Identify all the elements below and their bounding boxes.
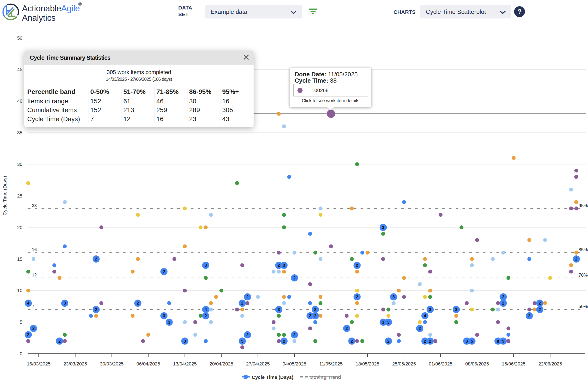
svg-text:2: 2 — [59, 339, 61, 344]
svg-text:5: 5 — [241, 339, 243, 344]
svg-text:2: 2 — [502, 301, 504, 306]
svg-text:30/03/2025: 30/03/2025 — [100, 361, 124, 366]
svg-text:2: 2 — [246, 332, 249, 337]
svg-text:3: 3 — [283, 263, 285, 268]
svg-text:2: 2 — [137, 301, 139, 306]
svg-text:0: 0 — [20, 351, 22, 356]
svg-text:04/05/2025: 04/05/2025 — [283, 361, 306, 366]
svg-text:23/03/2025: 23/03/2025 — [63, 361, 87, 366]
svg-text:2: 2 — [309, 314, 311, 318]
svg-text:3: 3 — [163, 314, 165, 318]
svg-text:3: 3 — [429, 307, 431, 312]
svg-text:3: 3 — [63, 301, 66, 306]
svg-text:22/06/2025: 22/06/2025 — [538, 361, 562, 366]
svg-text:3: 3 — [387, 320, 390, 325]
svg-text:3: 3 — [382, 320, 384, 325]
svg-text:Cycle Time (Days): Cycle Time (Days) — [2, 176, 7, 215]
svg-text:4: 4 — [27, 301, 29, 306]
svg-text:2: 2 — [95, 307, 97, 312]
svg-text:15/06/2025: 15/06/2025 — [502, 361, 526, 366]
svg-text:27/04/2025: 27/04/2025 — [246, 361, 270, 366]
svg-text:5: 5 — [471, 339, 473, 344]
svg-text:2: 2 — [528, 314, 530, 318]
svg-text:20/04/2025: 20/04/2025 — [210, 361, 233, 366]
svg-text:13/04/2025: 13/04/2025 — [173, 361, 197, 366]
svg-text:35: 35 — [17, 130, 22, 135]
svg-text:2: 2 — [345, 326, 348, 331]
svg-text:4: 4 — [205, 307, 207, 312]
svg-text:18/05/2025: 18/05/2025 — [356, 361, 379, 366]
svg-text:2: 2 — [351, 339, 353, 344]
svg-text:25/05/2025: 25/05/2025 — [392, 361, 416, 366]
svg-text:2: 2 — [539, 301, 541, 306]
svg-text:3: 3 — [205, 263, 207, 268]
svg-text:3: 3 — [455, 307, 457, 312]
svg-text:8: 8 — [497, 339, 499, 344]
svg-text:25: 25 — [17, 193, 22, 198]
svg-text:2: 2 — [246, 295, 249, 299]
svg-text:2: 2 — [32, 326, 35, 331]
svg-text:9: 9 — [502, 339, 504, 344]
svg-text:3: 3 — [382, 225, 384, 230]
svg-text:2: 2 — [278, 263, 280, 268]
svg-text:4: 4 — [424, 314, 426, 318]
svg-text:20: 20 — [17, 225, 22, 230]
svg-text:2: 2 — [419, 326, 421, 331]
svg-text:2: 2 — [356, 263, 358, 268]
svg-text:95%: 95% — [579, 203, 588, 208]
svg-text:2: 2 — [27, 332, 29, 337]
svg-text:15: 15 — [17, 256, 22, 262]
svg-text:23: 23 — [32, 203, 37, 208]
svg-text:2: 2 — [539, 307, 541, 312]
svg-text:3: 3 — [278, 307, 280, 312]
svg-text:16/03/2025: 16/03/2025 — [27, 361, 51, 366]
svg-text:2: 2 — [293, 276, 296, 280]
svg-text:08/06/2025: 08/06/2025 — [465, 361, 489, 366]
svg-text:2: 2 — [575, 257, 577, 261]
svg-text:2: 2 — [314, 307, 316, 312]
svg-text:3: 3 — [466, 339, 468, 344]
svg-text:40: 40 — [17, 98, 22, 104]
svg-text:2: 2 — [95, 257, 97, 261]
svg-text:2: 2 — [283, 339, 285, 344]
svg-text:10: 10 — [17, 288, 22, 293]
svg-text:3: 3 — [184, 339, 186, 344]
svg-text:01/06/2025: 01/06/2025 — [429, 361, 452, 366]
svg-text:Cycle Time (Days): Cycle Time (Days) — [252, 374, 294, 380]
svg-text:85%: 85% — [579, 247, 588, 252]
svg-text:45: 45 — [17, 67, 22, 72]
svg-text:2: 2 — [429, 339, 431, 344]
svg-text:30: 30 — [17, 161, 22, 167]
svg-text:2: 2 — [314, 314, 316, 318]
svg-text:16: 16 — [32, 247, 37, 252]
svg-text:2: 2 — [387, 339, 390, 344]
svg-text:50%: 50% — [579, 304, 588, 309]
svg-text:5: 5 — [20, 319, 22, 325]
svg-text:2: 2 — [502, 295, 504, 299]
svg-text:2: 2 — [241, 301, 243, 306]
svg-text:3: 3 — [392, 295, 395, 299]
svg-text:12: 12 — [32, 272, 37, 277]
svg-text:70%: 70% — [579, 272, 588, 278]
svg-text:2: 2 — [356, 295, 358, 299]
svg-text:2: 2 — [293, 332, 296, 337]
svg-text:7: 7 — [32, 304, 34, 309]
svg-text:11/05/2025: 11/05/2025 — [319, 361, 343, 366]
svg-text:2: 2 — [205, 314, 207, 318]
svg-text:50: 50 — [17, 35, 22, 41]
svg-text:3: 3 — [168, 320, 170, 325]
svg-text:2: 2 — [163, 269, 165, 274]
svg-text:2: 2 — [424, 339, 426, 344]
svg-text:06/04/2025: 06/04/2025 — [136, 361, 160, 366]
